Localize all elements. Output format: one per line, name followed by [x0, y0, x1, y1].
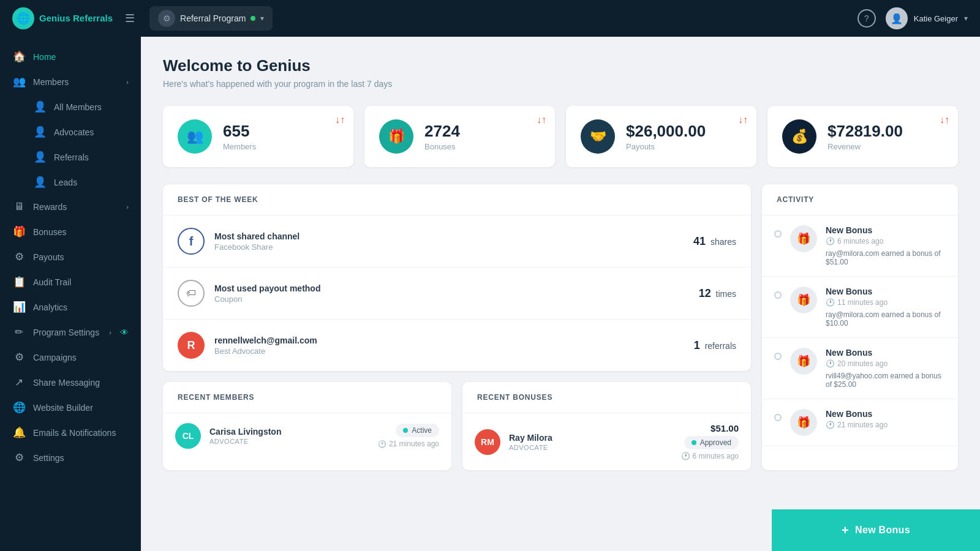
- sidebar-item-all-members[interactable]: 👤 All Members: [0, 94, 141, 119]
- sidebar-item-program-settings[interactable]: ✏ Program Settings › 👁: [0, 320, 141, 345]
- user-chevron-icon: ▾: [964, 14, 968, 23]
- sidebar-item-analytics[interactable]: 📊 Analytics: [0, 294, 141, 320]
- sidebar-item-rewards[interactable]: 🖥 Rewards ›: [0, 195, 141, 219]
- activity-clock-4: 🕐: [826, 421, 835, 429]
- best-stat-advocate: 1 referrals: [694, 339, 736, 352]
- sidebar-item-payouts[interactable]: ⚙ Payouts: [0, 244, 141, 269]
- sidebar-label-emails-notifications: Emails & Notifications: [33, 428, 129, 438]
- approved-badge: Approved: [684, 436, 739, 449]
- sidebar-item-campaigns[interactable]: ⚙ Campaigns: [0, 345, 141, 370]
- stat-label-revenew: Revenew: [827, 142, 903, 151]
- logo-icon: 🌐: [12, 7, 34, 29]
- activity-desc-3: rvill49@yahoo.com earned a bonus of $25.…: [826, 372, 946, 389]
- best-info-advocate: rennellwelch@gmail.com Best Advocate: [214, 335, 684, 356]
- activity-card: ACTIVITY 🎁 New Bonus 🕐 6 minutes ago: [762, 184, 958, 470]
- user-area[interactable]: 👤 Katie Geiger ▾: [886, 7, 968, 29]
- best-advocate-avatar: R: [178, 332, 205, 359]
- sidebar-item-emails-notifications[interactable]: 🔔 Emails & Notifications: [0, 420, 141, 445]
- activity-desc-1: ray@milora.com earned a bonus of $51.00: [826, 249, 946, 266]
- sidebar-item-leads[interactable]: 👤 Leads: [0, 170, 141, 195]
- activity-time-3: 🕐 20 minutes ago: [826, 359, 946, 368]
- left-content: BEST OF THE WEEK f Most shared channel F…: [163, 184, 751, 470]
- rewards-chevron-icon: ›: [126, 203, 129, 211]
- sidebar-item-audit-trail[interactable]: 📋 Audit Trail: [0, 269, 141, 294]
- activity-dot-4: [774, 414, 782, 421]
- sidebar-item-website-builder[interactable]: 🌐 Website Builder: [0, 395, 141, 420]
- sidebar-item-referrals[interactable]: 👤 Referrals: [0, 144, 141, 170]
- new-bonus-plus-icon: +: [842, 523, 849, 538]
- activity-content-4: New Bonus 🕐 21 minutes ago: [826, 409, 946, 436]
- activity-item-1: 🎁 New Bonus 🕐 6 minutes ago ray@milora.c…: [762, 216, 958, 277]
- best-count-advocate: 1: [694, 339, 700, 351]
- advocates-icon: 👤: [33, 126, 47, 138]
- stat-info-payouts: $26,000.00 Payouts: [626, 122, 706, 151]
- best-item-payout: 🏷 Most used payout method Coupon 12 time…: [163, 268, 751, 320]
- activity-content-1: New Bonus 🕐 6 minutes ago ray@milora.com…: [826, 225, 946, 266]
- sidebar-item-bonuses[interactable]: 🎁 Bonuses: [0, 219, 141, 244]
- sidebar-item-members[interactable]: 👥 Members ›: [0, 69, 141, 94]
- new-bonus-label: New Bonus: [855, 525, 910, 536]
- header-right: ? 👤 Katie Geiger ▾: [858, 7, 968, 29]
- help-button[interactable]: ?: [858, 9, 876, 28]
- main-layout: 🏠 Home 👥 Members › 👤 All Members 👤 Advoc…: [0, 37, 980, 551]
- best-sub-payout: Coupon: [214, 294, 689, 304]
- best-of-week-header: BEST OF THE WEEK: [163, 184, 751, 216]
- activity-time-1: 🕐 6 minutes ago: [826, 237, 946, 246]
- activity-desc-2: ray@milora.com earned a bonus of $10.00: [826, 310, 946, 328]
- sidebar-item-settings[interactable]: ⚙ Settings: [0, 445, 141, 470]
- clock-icon: 🕐: [378, 440, 386, 448]
- revenew-trend-icon: ↓↑: [940, 114, 949, 126]
- status-dot-active: [403, 428, 408, 433]
- bonuses-trend-icon: ↓↑: [537, 114, 546, 126]
- sidebar-item-advocates[interactable]: 👤 Advocates: [0, 119, 141, 144]
- hamburger-icon[interactable]: ☰: [125, 12, 135, 25]
- best-item-shared: f Most shared channel Facebook Share 41 …: [163, 216, 751, 268]
- activity-clock-3: 🕐: [826, 359, 835, 368]
- members-trend-icon: ↓↑: [335, 114, 345, 126]
- activity-header: ACTIVITY: [762, 184, 958, 216]
- coupon-icon: 🏷: [178, 280, 205, 307]
- best-title-advocate: rennellwelch@gmail.com: [214, 335, 684, 345]
- stat-icon-members: 👥: [178, 119, 212, 154]
- stats-row: 👥 655 Members ↓↑ 🎁 2724 Bonuses ↓↑ 🤝: [163, 106, 958, 167]
- activity-dot-wrap-1: [774, 225, 782, 266]
- bonus-info-ray: Ray Milora ADVOCATE: [509, 433, 673, 451]
- sidebar-item-home[interactable]: 🏠 Home: [0, 44, 141, 69]
- best-info-shared: Most shared channel Facebook Share: [214, 231, 684, 252]
- best-unit-payout: times: [716, 289, 736, 299]
- activity-dot-wrap-2: [774, 287, 782, 328]
- stat-icon-payouts: 🤝: [581, 119, 615, 154]
- program-name: Referral Program: [180, 13, 246, 23]
- activity-icon-2: 🎁: [790, 287, 817, 313]
- recent-members-header: RECENT MEMBERS: [163, 382, 451, 413]
- activity-dot-1: [774, 230, 782, 238]
- share-messaging-icon: ↗: [12, 376, 26, 389]
- stat-card-members: 👥 655 Members ↓↑: [163, 106, 353, 167]
- page-subtitle: Here's what's happened with your program…: [163, 79, 958, 89]
- leads-icon: 👤: [33, 176, 47, 189]
- member-avatar-cl: CL: [175, 423, 201, 449]
- program-settings-chevron-icon: ›: [109, 329, 111, 336]
- program-chevron-icon: ▾: [260, 14, 264, 23]
- status-badge-active: Active: [396, 424, 439, 437]
- recent-bonuses-card: RECENT BONUSES RM Ray Milora ADVOCATE $5…: [462, 382, 751, 470]
- best-unit-shared: shares: [710, 237, 736, 247]
- members-chevron-icon: ›: [126, 78, 129, 86]
- best-count-payout: 12: [699, 287, 711, 299]
- sidebar-item-share-messaging[interactable]: ↗ Share Messaging: [0, 370, 141, 395]
- analytics-icon: 📊: [12, 301, 26, 313]
- header-left: 🌐 Genius Referrals ☰ ⚙ Referral Program …: [12, 6, 273, 31]
- program-selector[interactable]: ⚙ Referral Program ▾: [149, 6, 273, 31]
- best-title-payout: Most used payout method: [214, 283, 689, 293]
- best-sub-advocate: Best Advocate: [214, 347, 684, 356]
- website-builder-icon: 🌐: [12, 401, 26, 414]
- two-col-section: RECENT MEMBERS CL Carisa Livingston ADVO…: [163, 382, 751, 470]
- payouts-trend-icon: ↓↑: [738, 114, 748, 126]
- activity-title-1: New Bonus: [826, 225, 946, 235]
- stat-value-members: 655: [223, 122, 256, 141]
- sidebar-label-analytics: Analytics: [33, 302, 129, 312]
- activity-dot-wrap-4: [774, 409, 782, 436]
- stat-info-revenew: $72819.00 Revenew: [827, 122, 903, 151]
- new-bonus-button[interactable]: + New Bonus: [772, 509, 980, 551]
- approved-label: Approved: [700, 438, 731, 447]
